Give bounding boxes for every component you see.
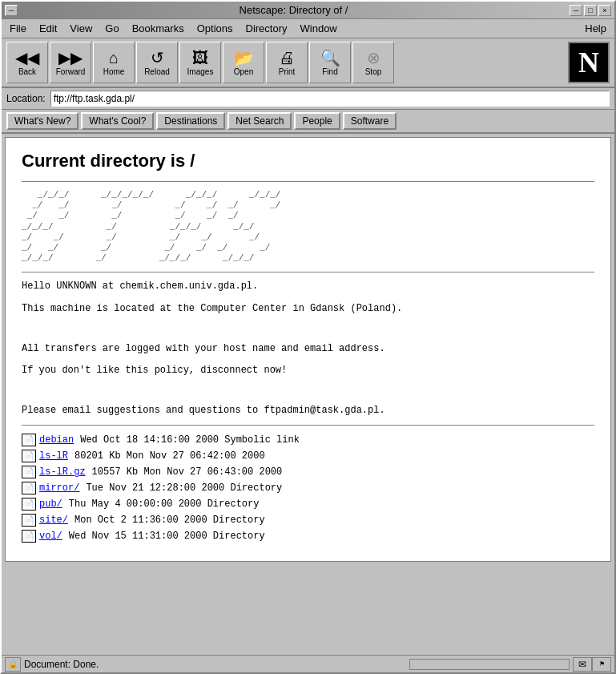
- status-flag: ⚑: [592, 657, 611, 672]
- menu-edit[interactable]: Edit: [34, 21, 62, 36]
- open-label: Open: [234, 67, 253, 76]
- nav-buttons: What's New? What's Cool? Destinations Ne…: [2, 110, 614, 134]
- stop-label: Stop: [365, 67, 382, 76]
- home-icon: ⌂: [109, 50, 119, 66]
- window-title: Netscape: Directory of /: [18, 4, 570, 16]
- separator-2: [22, 272, 594, 272]
- menu-go[interactable]: Go: [100, 21, 123, 36]
- forward-label: Forward: [56, 67, 86, 76]
- file-meta: Thu May 4 00:00:00 2000 Directory: [69, 497, 260, 511]
- print-icon: 🖨: [279, 50, 295, 66]
- welcome-line-5: If you don't like this policy, disconnec…: [22, 363, 594, 378]
- file-meta: Wed Oct 18 14:16:00 2000 Symbolic link: [80, 433, 300, 447]
- net-search-button[interactable]: Net Search: [227, 112, 292, 130]
- file-meta: Mon Oct 2 11:36:00 2000 Directory: [74, 513, 265, 527]
- netscape-logo: N: [568, 42, 610, 83]
- file-folder-icon: 📄: [22, 514, 36, 527]
- find-icon: 🔍: [320, 50, 340, 66]
- welcome-line-2: This machine is located at the Computer …: [22, 301, 594, 317]
- reload-button[interactable]: ↺ Reload: [136, 42, 178, 83]
- file-item: 📄pub/ Thu May 4 00:00:00 2000 Directory: [22, 496, 594, 512]
- file-folder-icon: 📄: [22, 482, 36, 494]
- menu-directory[interactable]: Directory: [241, 21, 292, 36]
- maximize-button[interactable]: □: [584, 5, 597, 16]
- stop-button[interactable]: ⊗ Stop: [352, 42, 394, 83]
- system-menu-button[interactable]: ─: [5, 5, 18, 16]
- reload-icon: ↺: [151, 50, 164, 66]
- destinations-button[interactable]: Destinations: [156, 112, 225, 130]
- back-button[interactable]: ◀◀ Back: [6, 42, 48, 83]
- netscape-logo-letter: N: [578, 46, 599, 79]
- print-button[interactable]: 🖨 Print: [266, 42, 308, 83]
- separator-1: [22, 181, 594, 182]
- menu-bookmarks[interactable]: Bookmarks: [127, 21, 189, 36]
- email-icon[interactable]: ✉: [573, 657, 592, 672]
- ascii-art: _/_/_/ _/_/_/_/_/ _/_/_/ _/_/_/ _/ _/ _/…: [22, 190, 594, 264]
- open-button[interactable]: 📂 Open: [223, 42, 264, 83]
- file-meta: Wed Nov 15 11:31:00 2000 Directory: [69, 529, 265, 543]
- file-item: 📄debian Wed Oct 18 14:16:00 2000 Symboli…: [22, 432, 594, 448]
- find-label: Find: [322, 67, 337, 76]
- file-folder-icon: 📄: [22, 530, 36, 543]
- file-meta: Tue Nov 21 12:28:00 2000 Directory: [86, 481, 282, 495]
- file-list: 📄debian Wed Oct 18 14:16:00 2000 Symboli…: [22, 432, 594, 544]
- menu-help[interactable]: Help: [580, 21, 611, 36]
- file-link[interactable]: vol/: [39, 529, 62, 543]
- location-bar: Location:: [2, 88, 614, 110]
- whats-new-button[interactable]: What's New?: [6, 112, 79, 130]
- file-item: 📄site/ Mon Oct 2 11:36:00 2000 Directory: [22, 512, 594, 528]
- location-label: Location:: [6, 93, 46, 104]
- open-icon: 📂: [234, 50, 254, 66]
- whats-cool-button[interactable]: What's Cool?: [81, 112, 154, 130]
- menu-options[interactable]: Options: [192, 21, 238, 36]
- file-link[interactable]: site/: [39, 513, 68, 527]
- menu-file[interactable]: File: [5, 21, 31, 36]
- main-content: Current directory is / _/_/_/ _/_/_/_/_/…: [5, 137, 611, 562]
- images-icon: 🖼: [192, 50, 208, 66]
- file-folder-icon: 📄: [22, 434, 36, 446]
- file-folder-icon: 📄: [22, 450, 36, 462]
- security-icon: 🔒: [5, 657, 21, 672]
- toolbar: ◀◀ Back ▶▶ Forward ⌂ Home ↺ Reload 🖼 Ima…: [2, 38, 614, 88]
- title-bar: ─ Netscape: Directory of / ─ □ ×: [2, 2, 614, 19]
- minimize-button[interactable]: ─: [570, 5, 582, 16]
- file-item: 📄vol/ Wed Nov 15 11:31:00 2000 Directory: [22, 528, 594, 544]
- file-item: 📄mirror/ Tue Nov 21 12:28:00 2000 Direct…: [22, 480, 594, 496]
- back-label: Back: [18, 67, 36, 76]
- file-link[interactable]: debian: [39, 433, 74, 447]
- file-link[interactable]: ls-lR: [39, 449, 68, 463]
- images-label: Images: [187, 67, 214, 76]
- software-button[interactable]: Software: [343, 112, 397, 130]
- file-link[interactable]: mirror/: [39, 481, 79, 495]
- file-item: 📄ls-lR 80201 Kb Mon Nov 27 06:42:00 2000: [22, 448, 594, 464]
- separator-3: [22, 425, 594, 426]
- stop-icon: ⊗: [367, 50, 380, 66]
- close-button[interactable]: ×: [598, 5, 611, 16]
- menu-view[interactable]: View: [65, 21, 97, 36]
- print-label: Print: [279, 67, 296, 76]
- status-bar: 🔒 Document: Done. ✉ ⚑: [2, 655, 614, 672]
- people-button[interactable]: People: [294, 112, 340, 130]
- reload-label: Reload: [144, 67, 170, 76]
- file-meta: 10557 Kb Mon Nov 27 06:43:00 2000: [92, 465, 283, 479]
- file-item: 📄ls-lR.gz 10557 Kb Mon Nov 27 06:43:00 2…: [22, 464, 594, 480]
- file-folder-icon: 📄: [22, 498, 36, 511]
- menu-bar: File Edit View Go Bookmarks Options Dire…: [2, 19, 614, 38]
- page-title: Current directory is /: [22, 151, 594, 172]
- home-button[interactable]: ⌂ Home: [93, 42, 135, 83]
- images-button[interactable]: 🖼 Images: [179, 42, 221, 83]
- file-link[interactable]: ls-lR.gz: [39, 465, 86, 479]
- location-input[interactable]: [50, 91, 610, 107]
- progress-bar: [409, 659, 570, 670]
- file-folder-icon: 📄: [22, 466, 36, 478]
- welcome-line-7: Please email suggestions and questions t…: [22, 403, 594, 418]
- find-button[interactable]: 🔍 Find: [309, 42, 351, 83]
- forward-button[interactable]: ▶▶ Forward: [50, 42, 91, 83]
- menu-window[interactable]: Window: [296, 21, 342, 36]
- welcome-line-0: Hello UNKNOWN at chemik.chem.univ.gda.pl…: [22, 279, 594, 294]
- status-text: Document: Done.: [24, 659, 409, 670]
- file-meta: 80201 Kb Mon Nov 27 06:42:00 2000: [74, 449, 265, 463]
- back-icon: ◀◀: [15, 50, 39, 66]
- forward-icon: ▶▶: [58, 50, 83, 66]
- file-link[interactable]: pub/: [39, 497, 62, 511]
